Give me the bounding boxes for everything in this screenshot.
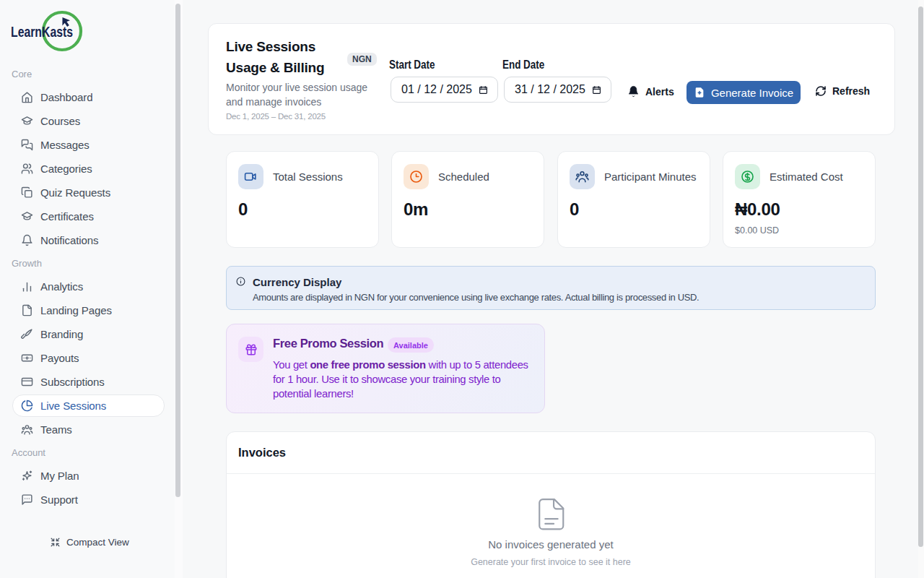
svg-text:LearnKasts: LearnKasts [11, 24, 73, 40]
